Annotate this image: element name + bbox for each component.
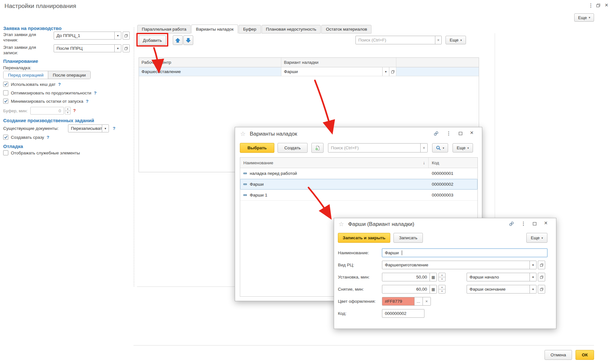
- setup-point-combo[interactable]: Фарши начало ▾: [467, 273, 537, 281]
- dialog-menu-icon[interactable]: ⋮: [521, 221, 526, 227]
- column-header-empty[interactable]: [396, 58, 479, 67]
- window-restore-icon[interactable]: [595, 3, 601, 8]
- help-icon[interactable]: ?: [86, 99, 88, 104]
- column-header-name[interactable]: Наименование ↓: [240, 158, 429, 168]
- write-stage-open-button[interactable]: [123, 44, 130, 52]
- buffer-input[interactable]: 0: [30, 107, 64, 115]
- list-item[interactable]: Фарши 1 000000003: [240, 190, 477, 201]
- setup-point-open-button[interactable]: [538, 273, 545, 281]
- spin-up-icon[interactable]: ▲: [65, 107, 70, 111]
- removal-time-stepper[interactable]: ▲ ▼: [438, 285, 446, 293]
- search-clear-icon[interactable]: ×: [420, 144, 427, 152]
- panel-splitter[interactable]: [134, 27, 134, 286]
- removal-point-open-button[interactable]: [538, 285, 545, 293]
- checkbox-optimize-duration[interactable]: Оптимизировать по продолжительности ?: [3, 90, 96, 95]
- checkbox-create-immediately[interactable]: Создавать сразу ?: [3, 135, 49, 140]
- dialog-more-button[interactable]: Еще▾: [453, 143, 473, 152]
- color-choose-button[interactable]: ...: [414, 297, 423, 305]
- dialog-close-icon[interactable]: ×: [469, 130, 475, 136]
- table-row[interactable]: Фаршесоставление Фарши ▾: [139, 67, 479, 76]
- favorite-star-icon[interactable]: ☆: [339, 220, 344, 228]
- dialog-more-button[interactable]: Еще▾: [526, 233, 547, 243]
- chevron-down-icon[interactable]: ▾: [530, 273, 536, 281]
- cell-work-center[interactable]: Фаршесоставление: [139, 67, 281, 76]
- dialog-close-icon[interactable]: ×: [543, 220, 549, 226]
- dialog-maximize-icon[interactable]: [532, 221, 537, 226]
- column-header-work-center[interactable]: Рабочий центр: [139, 58, 281, 67]
- read-stage-combo[interactable]: До ППРЦ_1 ▾: [54, 32, 121, 40]
- help-icon[interactable]: ?: [94, 91, 96, 95]
- write-stage-combo[interactable]: После ППРЦ ▾: [54, 44, 121, 52]
- save-and-close-button[interactable]: Записать и закрыть: [338, 233, 390, 243]
- help-icon[interactable]: ?: [47, 135, 49, 140]
- search-input[interactable]: [356, 38, 435, 42]
- table-more-button[interactable]: Еще▾: [446, 36, 466, 44]
- search-input[interactable]: [328, 145, 420, 150]
- search-clear-icon[interactable]: ×: [435, 36, 441, 44]
- chevron-down-icon[interactable]: ▾: [382, 67, 389, 76]
- cell-setup-variant[interactable]: Фарши ▾: [281, 67, 396, 76]
- checkbox-minimize-leftovers[interactable]: Минимизировать остатки от запуска ?: [3, 99, 88, 104]
- segment-after-operation[interactable]: После операции: [48, 71, 90, 79]
- tab-planned-unavailability[interactable]: Плановая недоступность: [262, 25, 321, 33]
- window-close-icon[interactable]: ×: [604, 2, 609, 8]
- dialog-maximize-icon[interactable]: [458, 131, 463, 136]
- help-icon[interactable]: ?: [113, 126, 115, 131]
- segment-before-operation[interactable]: Перед операцией: [4, 71, 48, 79]
- link-icon[interactable]: [508, 221, 514, 227]
- spin-down-icon[interactable]: ▼: [439, 289, 445, 293]
- help-icon[interactable]: ?: [58, 82, 61, 87]
- create-button[interactable]: Создать: [278, 143, 308, 153]
- chevron-down-icon[interactable]: ▾: [114, 45, 121, 52]
- open-button[interactable]: [389, 67, 396, 76]
- color-picker-field[interactable]: #FF8779 ... ×: [382, 297, 431, 306]
- code-input[interactable]: 000000002: [382, 309, 424, 318]
- move-up-button[interactable]: [173, 35, 183, 45]
- cell-empty[interactable]: [396, 67, 479, 76]
- search-settings-button[interactable]: ▾: [432, 143, 448, 152]
- setup-time-input[interactable]: 50,00 ▦: [382, 273, 437, 281]
- read-stage-open-button[interactable]: [123, 32, 130, 40]
- window-menu-icon[interactable]: ⋮: [588, 3, 593, 8]
- list-item-selected[interactable]: Фарши 000000002: [240, 179, 477, 190]
- rc-kind-combo[interactable]: Фаршеприготовление ▾: [382, 261, 537, 269]
- help-icon[interactable]: ?: [73, 108, 76, 113]
- cancel-button[interactable]: Отмена: [545, 350, 572, 360]
- tab-material-remainder[interactable]: Остаток материалов: [321, 25, 371, 33]
- column-header-setup-variant[interactable]: Вариант наладки: [281, 58, 396, 67]
- checkbox-use-date-cache[interactable]: Использовать кеш дат ?: [3, 82, 61, 87]
- create-new-by-copy-button[interactable]: [311, 143, 324, 153]
- link-icon[interactable]: [433, 130, 439, 136]
- spin-up-icon[interactable]: ▲: [439, 285, 445, 289]
- dialog-menu-icon[interactable]: ⋮: [446, 130, 451, 136]
- checkbox-show-service-elements[interactable]: Отображать служебные элементы: [3, 150, 80, 155]
- tab-parallel-work[interactable]: Параллельная работа: [137, 25, 191, 33]
- form-more-button[interactable]: Еще▾: [574, 13, 594, 22]
- tab-setup-variants[interactable]: Варианты наладок: [191, 25, 238, 33]
- removal-time-input[interactable]: 60,00 ▦: [382, 285, 437, 293]
- move-down-button[interactable]: [183, 35, 193, 45]
- removal-point-combo[interactable]: Фарши окончание ▾: [467, 285, 537, 293]
- name-input[interactable]: Фарши: [382, 249, 547, 257]
- favorite-star-icon[interactable]: ☆: [240, 130, 246, 137]
- save-button[interactable]: Записать: [393, 233, 423, 243]
- spin-down-icon[interactable]: ▼: [439, 277, 445, 281]
- setup-time-stepper[interactable]: ▲ ▼: [438, 273, 446, 281]
- select-button[interactable]: Выбрать: [240, 143, 274, 153]
- chevron-down-icon[interactable]: ▾: [530, 285, 536, 293]
- buffer-stepper[interactable]: ▲ ▼: [65, 107, 71, 115]
- chevron-down-icon[interactable]: ▾: [530, 261, 536, 269]
- tab-buffer[interactable]: Буфер: [239, 25, 261, 33]
- spin-down-icon[interactable]: ▼: [65, 111, 70, 115]
- calculator-icon[interactable]: ▦: [430, 285, 437, 293]
- chevron-down-icon[interactable]: ▾: [102, 125, 109, 132]
- ok-button[interactable]: ОК: [576, 350, 594, 360]
- chevron-down-icon[interactable]: ▾: [114, 32, 121, 39]
- list-item[interactable]: наладка перед работой 000000001: [240, 168, 477, 179]
- color-clear-icon[interactable]: ×: [423, 297, 431, 305]
- calculator-icon[interactable]: ▦: [430, 273, 437, 281]
- rc-kind-open-button[interactable]: [538, 261, 545, 269]
- existing-docs-combo[interactable]: Перезаписывать ▾: [68, 124, 109, 132]
- spin-up-icon[interactable]: ▲: [439, 273, 445, 277]
- column-header-code[interactable]: Код: [429, 158, 477, 168]
